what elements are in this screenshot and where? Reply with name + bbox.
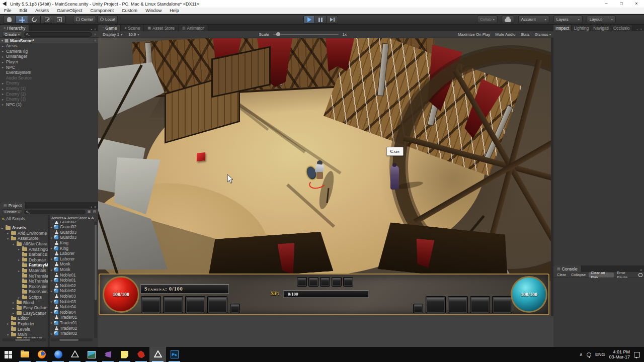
asset-file-row[interactable]: Trader02 [50,325,98,331]
expand-arrow-icon[interactable]: ▸ [2,65,6,69]
hierarchy-item[interactable]: ▸ Areas [0,43,98,49]
tab-project[interactable]: ▤Project [0,202,26,209]
expand-arrow-icon[interactable]: ▸ [2,60,6,64]
project-folder-row[interactable]: ▾ AssetStore [0,236,48,241]
hotbar-slot[interactable] [448,296,468,313]
gameview-tab[interactable]: ▥ Animator [179,25,208,31]
expand-arrow-icon[interactable]: ▾ [7,237,11,240]
gameview-tab[interactable]: # Scene [121,25,144,31]
step-button[interactable] [327,16,338,24]
asset-file-row[interactable]: ▸ Guard03 [50,235,98,240]
menu-custom[interactable]: Custom [118,8,141,14]
taskbar-visual-studio[interactable] [100,347,116,362]
hierarchy-item[interactable]: ▸ Player [0,59,98,65]
expand-arrow-icon[interactable]: ▾ [13,242,17,246]
project-folder-row[interactable]: ▸ Debonair [0,257,48,263]
expand-arrow-icon[interactable]: ▸ [7,231,11,235]
project-folder-row[interactable]: ▸ Arid Environme [0,231,48,236]
hotbar-slot[interactable] [163,296,183,313]
close-button[interactable]: × [629,0,644,8]
project-folder-row[interactable]: RootAnim [0,289,48,295]
red-cube-object[interactable] [197,152,205,161]
maximize-button[interactable]: □ [614,0,629,8]
expand-arrow-icon[interactable]: ▸ [2,87,6,90]
tab-hierarchy[interactable]: ≡Hierarchy [0,25,29,31]
expand-arrow-icon[interactable]: ▸ [13,301,17,304]
project-folder-row[interactable]: ▸ AmazingG [0,246,48,252]
project-folder-row[interactable]: BarbaricB [0,252,48,257]
buff-slot[interactable] [297,277,307,287]
taskbar-sticky-notes[interactable] [116,347,133,362]
expand-arrow-icon[interactable]: ▸ [51,246,54,250]
hierarchy-item[interactable]: ▸ Enemy [0,80,98,86]
asset-file-row[interactable]: Laborer [50,251,98,256]
panel-menu-icon[interactable]: ≡ [640,268,642,272]
tree-horizontal-scrollbar[interactable] [2,338,46,341]
stats-toggle[interactable]: Stats [520,32,529,37]
hierarchy-item[interactable]: ▸ NPC (1) [0,102,98,108]
player-character[interactable] [302,156,342,202]
asset-file-row[interactable]: ▸ Trader01 [50,320,98,326]
npc-cain[interactable] [387,161,423,197]
buff-slot[interactable] [308,277,318,287]
menu-help[interactable]: Help [166,8,183,14]
expand-arrow-icon[interactable]: ▸ [51,300,54,303]
project-folder-row[interactable]: ▸ Blood [0,300,48,305]
taskbar-photoshop[interactable]: Ps [166,347,183,362]
expand-arrow-icon[interactable]: ▸ [18,258,22,261]
project-folder-row[interactable]: ▸ Exploder [0,321,48,327]
project-folder-row[interactable]: NoTransla [0,279,48,284]
hierarchy-item[interactable]: EventSystem [0,70,98,75]
expand-arrow-icon[interactable]: ▸ [51,257,54,260]
project-folder-row[interactable]: ▸ Assets [0,225,48,231]
hierarchy-item[interactable]: ▸ Enemy (3) [0,97,98,102]
expand-arrow-icon[interactable]: ▸ [51,321,54,324]
scene-menu-icon[interactable]: ≡ [94,39,98,42]
hierarchy-item[interactable]: ▸ UIManager [0,54,98,59]
hierarchy-item[interactable]: Audio Source [0,75,98,81]
hotbar-slot[interactable] [207,296,227,313]
expand-arrow-icon[interactable]: ▸ [51,279,54,282]
panel-lock-icon[interactable]: ▪ [91,28,92,31]
pan-tool-button[interactable] [3,16,16,24]
expand-arrow-icon[interactable]: ▸ [2,44,6,48]
asset-file-row[interactable]: ▸ Trader02 [50,331,98,336]
scale-slider[interactable] [273,34,339,35]
asset-file-row[interactable]: ▸ Noble01 [50,278,98,283]
asset-file-row[interactable]: ▸ Laborer [50,256,98,262]
rotate-tool-button[interactable] [28,16,41,24]
hotbar-slot[interactable] [185,296,205,313]
panel-lock-icon[interactable]: ▫ [636,28,637,31]
breadcrumb[interactable]: Assets ▸ AssetStore ▸ A [50,215,98,221]
inspector-tab[interactable]: Lighting [572,25,591,31]
console-clear-button[interactable]: Clear [555,273,568,278]
taskbar-clock[interactable]: 4:01 PM 03-Mar-17 [609,349,630,359]
expand-arrow-icon[interactable]: ▸ [2,49,6,53]
hierarchy-search-input[interactable] [24,32,92,37]
tab-console[interactable]: ▤Console [553,265,582,272]
action-center-icon[interactable] [634,352,640,357]
expand-arrow-icon[interactable]: ▸ [2,81,6,85]
expand-arrow-icon[interactable]: ▸ [2,103,6,106]
taskbar-red-app[interactable] [133,347,149,362]
expand-arrow-icon[interactable]: ▸ [51,332,54,335]
taskbar-unity-hub[interactable] [66,347,83,362]
asset-file-row[interactable]: Noble04 [50,304,98,310]
inspector-tab[interactable]: Inspect [553,25,572,31]
menu-edit[interactable]: Edit [16,8,32,14]
hotbar-slot-small[interactable] [413,304,423,313]
taskbar-unity-active[interactable] [149,347,166,362]
menu-assets[interactable]: Assets [31,8,53,14]
project-folder-row[interactable]: ▸ Scripts [0,295,48,300]
project-folder-row[interactable]: Editor [0,316,48,321]
project-folder-row[interactable]: RootAnim [0,284,48,290]
hotbar-slot[interactable] [492,296,512,313]
hotbar-slot[interactable] [426,296,446,313]
expand-arrow-icon[interactable]: ▸ [7,322,11,325]
rect-tool-button[interactable] [53,16,66,24]
hotbar-slot-small[interactable] [230,304,240,313]
hierarchy-item[interactable]: ▸ CameraRig [0,49,98,54]
project-folder-row[interactable]: Levels [0,326,48,332]
buff-slot[interactable] [343,277,353,287]
asset-file-row[interactable]: Noble02 [50,283,98,289]
